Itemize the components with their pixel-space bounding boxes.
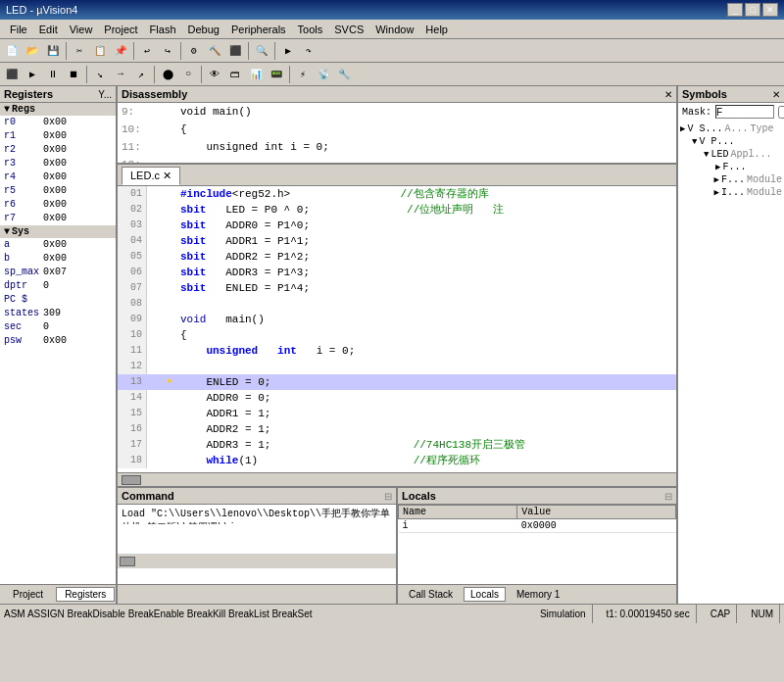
sep2 (133, 42, 134, 60)
tb2-bp[interactable]: ⬤ (158, 65, 177, 84)
symbols-close[interactable]: ✕ (772, 89, 780, 100)
code-line-04: 04 sbit ADDR1 = P1^1; (118, 233, 676, 249)
sym-vs[interactable]: ▶ V S... A... Type (680, 122, 782, 135)
num-label: NUM (751, 609, 773, 619)
locals-resize: ⊟ (664, 491, 672, 502)
tb2-step-over[interactable]: → (111, 65, 130, 84)
toolbar-2: ⬛ ▶ ⏸ ⏹ ↘ → ↗ ⬤ ○ 👁 🗃 📊 📟 ⚡ 📡 🔧 (0, 63, 784, 86)
code-line-12: 12 (118, 359, 676, 374)
menu-flash[interactable]: Flash (144, 22, 182, 37)
tb2-more2[interactable]: 📡 (314, 65, 333, 84)
cmd-horiz-scroll[interactable] (118, 554, 396, 567)
tab-locals[interactable]: Locals (464, 587, 506, 602)
menu-debug[interactable]: Debug (182, 22, 225, 37)
panels-row: Registers Y... ▼ Regs r00x00 r10x00 r20x… (0, 86, 784, 604)
registers-collapse[interactable]: Y... (98, 89, 112, 100)
code-content[interactable]: 01 #include<reg52.h> //包含寄存器的库 02 sbit L… (118, 186, 676, 472)
stop-btn[interactable]: ⬛ (225, 41, 245, 61)
sys-section-label: Sys (12, 226, 29, 237)
mask-checkbox[interactable] (778, 106, 784, 119)
tab-memory1[interactable]: Memory 1 (510, 587, 566, 602)
debug-btn[interactable]: 🔍 (252, 41, 271, 61)
regs-section[interactable]: ▼ Regs (0, 103, 116, 116)
save-btn[interactable]: 💾 (43, 41, 63, 61)
tb2-step-into[interactable]: ↘ (90, 65, 110, 84)
undo-btn[interactable]: ↩ (137, 41, 157, 61)
sym-vp[interactable]: ▼ V P... (680, 135, 782, 148)
locals-name-i: i (399, 519, 517, 533)
sym-led[interactable]: ▼ LED Appl... (680, 148, 782, 161)
code-horiz-scroll[interactable] (118, 472, 676, 486)
tb2-regs[interactable]: 📊 (246, 65, 266, 84)
minimize-button[interactable]: _ (727, 3, 743, 17)
cut-btn[interactable]: ✂ (70, 41, 89, 61)
redo-btn[interactable]: ↪ (158, 41, 177, 61)
status-time: t1: 0.00019450 sec (601, 605, 697, 623)
tab-project[interactable]: Project (4, 587, 52, 602)
regs-expand-icon: ▼ (4, 104, 10, 115)
menu-svcs[interactable]: SVCS (328, 22, 369, 37)
tb2-step-out[interactable]: ↗ (131, 65, 151, 84)
cmd-scroll-thumb[interactable] (120, 557, 135, 566)
tb2-1[interactable]: ⬛ (2, 65, 22, 84)
menu-peripherals[interactable]: Peripherals (225, 22, 292, 37)
tb2-4[interactable]: ⏹ (64, 65, 83, 84)
command-input[interactable] (118, 568, 396, 584)
menu-project[interactable]: Project (98, 22, 143, 37)
tb2-more1[interactable]: ⚡ (293, 65, 313, 84)
disassembly-close[interactable]: ✕ (664, 89, 672, 100)
new-btn[interactable]: 📄 (2, 41, 22, 61)
sep6 (86, 66, 87, 83)
code-line-06: 06 sbit ADDR3 = P1^3; (118, 265, 676, 280)
tb2-more3[interactable]: 🔧 (334, 65, 354, 84)
tb2-watch[interactable]: 👁 (205, 65, 224, 84)
menu-help[interactable]: Help (419, 22, 454, 37)
menu-tools[interactable]: Tools (292, 22, 329, 37)
reg-r5: r50x00 (0, 184, 116, 198)
scroll-thumb[interactable] (122, 475, 141, 485)
left-bottom-tabs: Project Registers (0, 584, 116, 604)
menu-view[interactable]: View (64, 22, 99, 37)
close-button[interactable]: ✕ (762, 3, 778, 17)
tb2-2[interactable]: ▶ (23, 65, 42, 84)
code-line-03: 03 sbit ADDR0 = P1^0; (118, 218, 676, 233)
reg-r4: r40x00 (0, 170, 116, 184)
status-simulation: Simulation (534, 605, 593, 623)
menu-edit[interactable]: Edit (33, 22, 64, 37)
mask-row: Mask: (678, 103, 784, 121)
menubar: File Edit View Project Flash Debug Perip… (0, 20, 784, 39)
locals-row-i: i 0x0000 (399, 519, 676, 533)
sym-expand-icon: ▶ (680, 123, 685, 134)
sys-section[interactable]: ▼ Sys (0, 225, 116, 238)
tab-call-stack[interactable]: Call Stack (402, 587, 460, 602)
step-btn[interactable]: ↷ (299, 41, 318, 61)
bottom-row: Command ⊟ Load "C:\\Users\\lenovo\\Deskt… (118, 486, 676, 584)
open-btn[interactable]: 📂 (23, 41, 42, 61)
reg-pc: PC $ (0, 293, 116, 307)
reg-r0: r00x00 (0, 116, 116, 129)
tab-registers[interactable]: Registers (56, 587, 115, 602)
menu-window[interactable]: Window (369, 22, 419, 37)
code-tab-bar: LED.c ✕ (118, 165, 676, 186)
registers-table: ▼ Regs r00x00 r10x00 r20x00 r30x00 r40x0… (0, 103, 116, 584)
tb2-clr-bp[interactable]: ○ (178, 65, 198, 84)
bottom-panel-tabs: Call Stack Locals Memory 1 (118, 584, 676, 604)
sym-f1-expand: ▶ (715, 162, 720, 172)
tb2-3[interactable]: ⏸ (43, 65, 63, 84)
paste-btn[interactable]: 📌 (111, 41, 130, 61)
mask-input[interactable] (715, 105, 774, 119)
rebuild-btn[interactable]: 🔨 (205, 41, 224, 61)
sym-f1[interactable]: ▶ F... (680, 161, 782, 173)
tb2-mem[interactable]: 🗃 (225, 65, 245, 84)
menu-file[interactable]: File (4, 22, 33, 37)
code-tab-ledc[interactable]: LED.c ✕ (122, 167, 180, 185)
copy-btn[interactable]: 📋 (90, 41, 110, 61)
sym-i1[interactable]: ▶ I... Module (680, 186, 782, 199)
regs-section-label: Regs (12, 104, 35, 115)
sym-f2[interactable]: ▶ F... Module (680, 173, 782, 186)
tb2-serial[interactable]: 📟 (267, 65, 286, 84)
build-btn[interactable]: ⚙ (184, 41, 204, 61)
maximize-button[interactable]: □ (745, 3, 760, 17)
run-btn[interactable]: ▶ (278, 41, 298, 61)
left-bottom-tab-area (118, 585, 396, 604)
